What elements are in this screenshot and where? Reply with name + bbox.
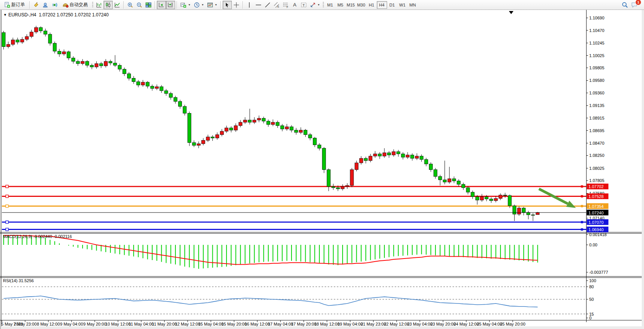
symbol-period-label: EURUSD-,H4 (8, 12, 36, 18)
equidistant-channel-button[interactable]: E (272, 1, 281, 9)
timeframe-MN[interactable]: MN (408, 1, 418, 9)
timeframe-H1[interactable]: H1 (367, 1, 377, 9)
support-line-1-left-handle[interactable] (6, 221, 8, 224)
profiles-button[interactable] (41, 1, 50, 9)
templates-button[interactable]: ▼ (206, 1, 219, 9)
candle-body (443, 180, 446, 182)
auto-scroll-button[interactable] (157, 1, 166, 9)
chart-title: ▼EURUSD-,H4 1.07202 1.07250 1.07202 1.07… (3, 12, 108, 18)
styles-button[interactable] (32, 1, 41, 9)
shift-marker-icon[interactable] (509, 11, 513, 14)
date-label: 12 May 12:00 (175, 322, 201, 326)
date-label: 23 May 20:00 (430, 322, 456, 326)
separator (220, 1, 221, 9)
channel-icon: E (274, 2, 280, 8)
date-label: 17 May 04:00 (268, 322, 293, 326)
new-order-button[interactable]: 新订单 (1, 1, 28, 9)
auto-trading-button[interactable]: 自动交易 (59, 1, 91, 9)
candle-body (457, 181, 461, 184)
timeframe-M15[interactable]: M15 (346, 1, 356, 9)
candlestick-chart-icon (105, 2, 111, 8)
indicators-button[interactable]: ▼ (179, 1, 192, 9)
cursor-button[interactable] (223, 1, 232, 9)
vertical-scrollbar[interactable] (642, 10, 644, 329)
candle-body (350, 170, 354, 185)
rsi-scale-label: 0 (589, 316, 591, 320)
price-label: 1.09360 (589, 91, 604, 95)
candle-body (359, 158, 363, 163)
date-label: 8 May 12:00 (37, 322, 60, 326)
bar-chart-button[interactable] (94, 1, 104, 9)
price-scale[interactable]: 1.106901.104701.102451.100251.098051.095… (586, 16, 609, 320)
support-line-1-right-handle[interactable] (581, 221, 583, 223)
candle-body (434, 170, 437, 177)
candle-body (462, 184, 465, 188)
trendline-button[interactable] (263, 1, 272, 9)
horizontal-line-button[interactable] (254, 1, 263, 9)
candle-body (6, 45, 10, 47)
candle-body (192, 142, 196, 145)
zoom-in-button[interactable] (126, 1, 135, 9)
toolbar-grip[interactable] (323, 2, 324, 8)
tile-windows-button[interactable] (144, 1, 153, 9)
line-chart-icon (114, 2, 120, 8)
search-button[interactable] (620, 1, 630, 9)
cursor-icon (224, 2, 230, 8)
support-line-2-right-handle[interactable] (581, 228, 583, 231)
timeframe-M5[interactable]: M5 (335, 1, 346, 9)
candle-body (397, 152, 400, 154)
fibonacci-button[interactable]: F (281, 1, 290, 9)
chart-canvas[interactable]: 1.106901.104701.102451.100251.098051.095… (0, 0, 644, 329)
candle-body (146, 82, 149, 86)
timeframe-M30[interactable]: M30 (356, 1, 366, 9)
candlestick-chart-button[interactable] (104, 1, 113, 9)
horizontal-scrollbar[interactable] (0, 326, 644, 329)
chat-button[interactable]: 1 (630, 1, 639, 9)
candle-body (99, 64, 103, 66)
text-button[interactable]: A (290, 1, 299, 9)
date-label: 23 May 04:00 (407, 322, 433, 326)
zoom-out-button[interactable] (135, 1, 144, 9)
price-label: 1.07805 (589, 178, 604, 183)
resistance-line-2-right-handle[interactable] (581, 195, 583, 197)
date-label: 15 May 04:00 (198, 322, 224, 326)
crosshair-button[interactable] (232, 1, 241, 9)
candle-body (174, 97, 177, 101)
candle-body (243, 120, 247, 122)
arrows-button[interactable]: ▼ (308, 1, 322, 9)
support-line-2-left-handle[interactable] (6, 228, 8, 231)
candle-body (188, 113, 191, 142)
collapse-icon[interactable]: ▼ (3, 13, 7, 17)
line-chart-button[interactable] (113, 1, 122, 9)
candle-body (341, 187, 344, 189)
timeframe-D1[interactable]: D1 (387, 1, 397, 9)
text-label-button[interactable]: T (299, 1, 308, 9)
timeframe-H4[interactable]: H4 (377, 1, 387, 9)
down-arrow-icon[interactable] (566, 201, 576, 208)
pivot-line-right-handle[interactable] (581, 205, 583, 207)
candle-body (197, 144, 200, 145)
vertical-line-button[interactable] (245, 1, 254, 9)
signals-button[interactable] (50, 1, 59, 9)
date-label: 25 May 20:00 (500, 322, 526, 326)
pivot-line-left-handle[interactable] (6, 205, 8, 208)
date-label: 21 May 23:00 (361, 322, 386, 326)
timeframe-W1[interactable]: W1 (397, 1, 408, 9)
price-label: 1.09580 (589, 78, 604, 83)
candle-body (39, 27, 43, 31)
horizontal-line-icon (255, 2, 261, 8)
candle-body (95, 64, 98, 67)
periods-button[interactable]: ▼ (192, 1, 206, 9)
toolbar-grip[interactable] (92, 2, 93, 8)
resistance-line-1-right-handle[interactable] (581, 185, 583, 188)
time-scale[interactable]: 5 May 20237 May 23:008 May 12:009 May 04… (1, 320, 525, 326)
chart-shift-button[interactable] (166, 1, 175, 9)
candle-body (30, 32, 33, 37)
candle-body (346, 185, 349, 187)
resistance-line-1-left-handle[interactable] (6, 185, 8, 188)
price-label: 1.08695 (589, 128, 604, 133)
resistance-line-2-left-handle[interactable] (6, 195, 8, 198)
text-label-icon: T (301, 2, 307, 8)
candle-body (281, 126, 284, 129)
timeframe-M1[interactable]: M1 (325, 1, 335, 9)
